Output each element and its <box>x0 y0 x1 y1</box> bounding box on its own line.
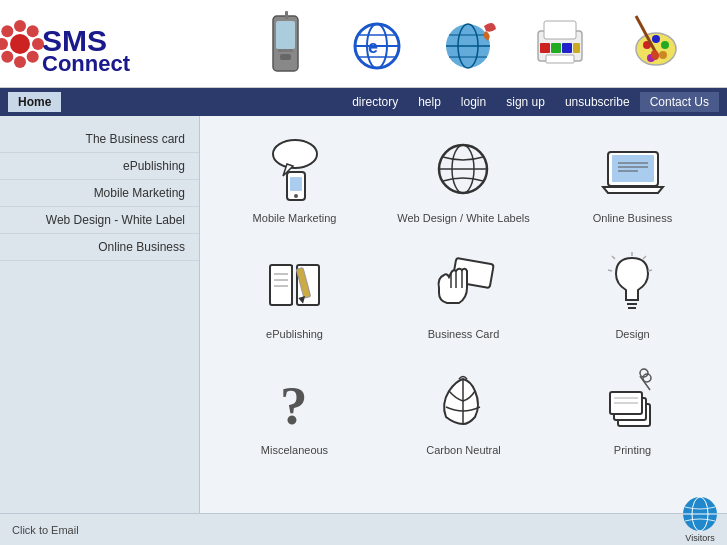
svg-rect-13 <box>280 54 291 60</box>
nav-unsubscribe[interactable]: unsubscribe <box>555 92 640 112</box>
grid-item-design[interactable]: Design <box>558 242 707 348</box>
header-icons: e <box>220 14 717 74</box>
phone-header-icon <box>251 14 321 74</box>
grid-label-epublishing: ePublishing <box>266 328 323 340</box>
grid-label-printing: Printing <box>614 444 651 456</box>
ie-header-icon: e <box>342 14 412 74</box>
svg-rect-33 <box>562 43 572 53</box>
svg-line-73 <box>643 256 646 259</box>
content-area: Mobile Marketing Web Design / White Labe… <box>200 116 727 513</box>
world-header-icon <box>433 14 503 74</box>
grid-label-design: Design <box>615 328 649 340</box>
grid-label-business-card: Business Card <box>428 328 500 340</box>
design-icon <box>598 250 668 320</box>
printing-icon <box>598 366 668 436</box>
svg-point-44 <box>273 140 317 168</box>
svg-point-40 <box>659 51 667 59</box>
sidebar-item-business-card[interactable]: The Business card <box>0 126 199 153</box>
svg-rect-15 <box>283 49 288 52</box>
sidebar-item-epublishing[interactable]: ePublishing <box>0 153 199 180</box>
nav-contact-us[interactable]: Contact Us <box>640 92 719 112</box>
grid-item-mobile-marketing[interactable]: Mobile Marketing <box>220 126 369 232</box>
svg-point-6 <box>0 38 8 50</box>
svg-rect-30 <box>544 21 576 39</box>
nav-directory[interactable]: directory <box>342 92 408 112</box>
grid-item-misc[interactable]: ? Miscelaneous <box>220 358 369 464</box>
svg-text:?: ? <box>280 375 308 436</box>
grid-label-misc: Miscelaneous <box>261 444 328 456</box>
svg-rect-31 <box>540 43 550 53</box>
grid-label-carbon-neutral: Carbon Neutral <box>426 444 501 456</box>
svg-point-1 <box>27 25 39 37</box>
nav-help[interactable]: help <box>408 92 451 112</box>
logo-area[interactable]: SMS Connect <box>10 9 220 79</box>
navbar: Home directory help login sign up unsubs… <box>0 88 727 116</box>
svg-text:Connect: Connect <box>42 51 131 76</box>
business-card-icon <box>429 250 499 320</box>
web-design-icon <box>429 134 499 204</box>
online-business-icon <box>598 134 668 204</box>
grid-label-mobile-marketing: Mobile Marketing <box>253 212 337 224</box>
svg-point-39 <box>661 41 669 49</box>
logo: SMS Connect <box>10 9 200 79</box>
svg-point-3 <box>27 50 39 62</box>
mobile-marketing-icon <box>260 134 330 204</box>
grid-item-business-card[interactable]: Business Card <box>389 242 538 348</box>
svg-rect-32 <box>551 43 561 53</box>
svg-point-8 <box>10 34 30 54</box>
visitors-label: Visitors <box>685 533 714 543</box>
icon-grid: Mobile Marketing Web Design / White Labe… <box>220 126 707 464</box>
click-to-email[interactable]: Click to Email <box>12 524 79 536</box>
visitors-widget[interactable]: Visitors <box>681 495 719 543</box>
main-content: The Business card ePublishing Mobile Mar… <box>0 116 727 513</box>
svg-point-4 <box>14 56 26 68</box>
misc-icon: ? <box>260 366 330 436</box>
svg-rect-47 <box>290 177 302 191</box>
svg-line-74 <box>648 270 652 271</box>
sidebar-item-online-business[interactable]: Online Business <box>0 234 199 261</box>
print-header-icon <box>525 14 595 74</box>
svg-rect-53 <box>612 155 654 182</box>
epublishing-icon <box>260 250 330 320</box>
svg-line-83 <box>640 376 650 390</box>
nav-login[interactable]: login <box>451 92 496 112</box>
grid-item-epublishing[interactable]: ePublishing <box>220 242 369 348</box>
grid-item-web-design[interactable]: Web Design / White Labels <box>389 126 538 232</box>
nav-links: directory help login sign up unsubscribe… <box>342 92 719 112</box>
carbon-neutral-icon <box>429 366 499 436</box>
svg-point-38 <box>652 35 660 43</box>
svg-rect-34 <box>573 43 580 53</box>
grid-item-carbon-neutral[interactable]: Carbon Neutral <box>389 358 538 464</box>
grid-item-printing[interactable]: Printing <box>558 358 707 464</box>
svg-line-76 <box>608 270 612 271</box>
svg-line-75 <box>612 256 615 259</box>
sidebar-item-web-design[interactable]: Web Design - White Label <box>0 207 199 234</box>
grid-label-online-business: Online Business <box>593 212 673 224</box>
footer: Click to Email Visitors <box>0 513 727 545</box>
svg-point-7 <box>1 25 13 37</box>
svg-rect-12 <box>276 21 295 49</box>
svg-point-48 <box>294 194 298 198</box>
globe-icon <box>681 495 719 533</box>
nav-signup[interactable]: sign up <box>496 92 555 112</box>
svg-rect-16 <box>288 49 293 52</box>
svg-point-5 <box>1 50 13 62</box>
svg-rect-17 <box>285 11 288 19</box>
svg-text:e: e <box>368 37 378 57</box>
brushes-header-icon <box>616 14 686 74</box>
svg-point-0 <box>14 20 26 32</box>
svg-rect-35 <box>546 55 574 63</box>
svg-rect-57 <box>270 265 292 305</box>
sidebar: The Business card ePublishing Mobile Mar… <box>0 116 200 513</box>
header: SMS Connect <box>0 0 727 88</box>
grid-item-online-business[interactable]: Online Business <box>558 126 707 232</box>
grid-label-web-design: Web Design / White Labels <box>397 212 529 224</box>
sidebar-item-mobile-marketing[interactable]: Mobile Marketing <box>0 180 199 207</box>
svg-rect-14 <box>278 49 283 52</box>
nav-home[interactable]: Home <box>8 92 61 112</box>
